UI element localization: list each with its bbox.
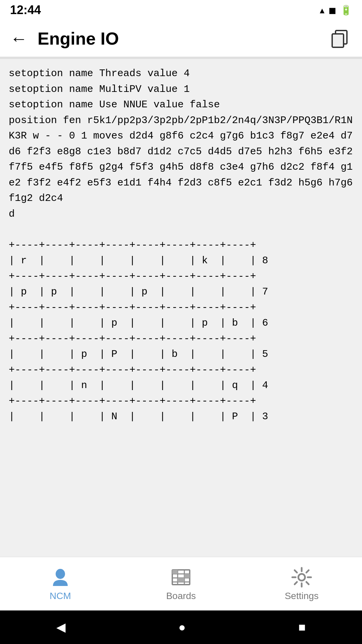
- boards-icon: [170, 567, 192, 588]
- settings-icon: [291, 567, 312, 588]
- svg-line-18: [306, 582, 309, 584]
- ncm-icon: [50, 567, 71, 588]
- svg-point-2: [56, 569, 65, 579]
- svg-rect-1: [332, 34, 344, 47]
- status-icons: ▴ ◼ 🔋: [320, 5, 352, 16]
- svg-rect-11: [178, 578, 184, 582]
- nav-label-ncm: NCM: [50, 591, 71, 601]
- svg-rect-9: [172, 570, 178, 574]
- android-recent-button[interactable]: ■: [298, 620, 306, 634]
- status-bar: 12:44 ▴ ◼ 🔋: [0, 0, 362, 20]
- android-nav-bar: ◀ ● ■: [0, 610, 362, 644]
- svg-line-20: [295, 582, 297, 584]
- copy-button[interactable]: [328, 27, 352, 50]
- page-title: Engine IO: [38, 29, 328, 49]
- android-back-button[interactable]: ◀: [56, 620, 66, 634]
- content-area[interactable]: setoption name Threads value 4 setoption…: [0, 59, 362, 557]
- back-button[interactable]: ←: [10, 30, 27, 47]
- app-bar: ← Engine IO: [0, 20, 362, 57]
- svg-rect-10: [184, 574, 190, 578]
- svg-line-19: [306, 570, 309, 573]
- nav-label-settings: Settings: [285, 591, 318, 601]
- nav-item-settings[interactable]: Settings: [241, 567, 362, 601]
- nav-item-boards[interactable]: Boards: [121, 567, 241, 601]
- android-home-button[interactable]: ●: [178, 620, 186, 634]
- engine-io-text: setoption name Threads value 4 setoption…: [9, 66, 353, 425]
- bottom-nav: NCM Boards: [0, 557, 362, 610]
- signal-icon: ◼: [328, 5, 336, 16]
- copy-icon: [330, 29, 350, 49]
- wifi-icon: ▴: [320, 5, 324, 16]
- nav-item-ncm[interactable]: NCM: [0, 567, 121, 601]
- svg-point-12: [298, 574, 305, 581]
- nav-label-boards: Boards: [166, 591, 196, 601]
- svg-line-17: [295, 570, 297, 573]
- battery-icon: 🔋: [340, 5, 352, 16]
- status-time: 12:44: [10, 3, 41, 17]
